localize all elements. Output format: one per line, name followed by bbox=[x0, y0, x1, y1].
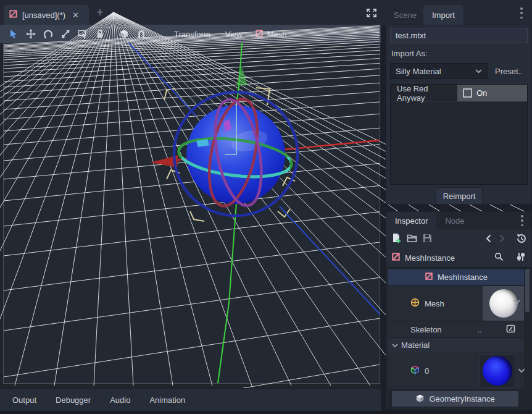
meshinstance-icon bbox=[9, 9, 18, 20]
inspector-toolbar bbox=[386, 230, 531, 248]
tab-import[interactable]: Import bbox=[423, 5, 463, 25]
perspective-label[interactable]: [Perspective] bbox=[10, 46, 56, 56]
reimport-button[interactable]: Reimport bbox=[436, 187, 483, 205]
scene-tab-bar: [unsaved](*) ✕ + Scene Import bbox=[0, 0, 532, 25]
skeleton-value[interactable]: .. bbox=[478, 325, 506, 334]
checkbox-label: On bbox=[476, 88, 487, 98]
material-preview-sphere bbox=[483, 356, 512, 386]
material-resource-picker[interactable] bbox=[480, 354, 515, 387]
property-name: Use Red Anyway bbox=[391, 84, 457, 103]
history-forward-icon[interactable] bbox=[499, 234, 505, 245]
chevron-down-icon bbox=[475, 69, 482, 74]
load-folder-icon[interactable] bbox=[407, 234, 417, 245]
category-label: GeometryInstance bbox=[429, 394, 494, 403]
material-section-label: Material bbox=[401, 340, 430, 350]
tab-inspector[interactable]: Inspector bbox=[386, 212, 436, 229]
dock-menu-dots-icon[interactable] bbox=[520, 7, 523, 19]
bottom-debugger-button[interactable]: Debugger bbox=[52, 394, 94, 407]
scene-tab-label: [unsaved](*) bbox=[22, 11, 65, 20]
chevron-down-icon[interactable] bbox=[518, 368, 525, 373]
3d-viewport[interactable]: [Perspective] bbox=[3, 43, 380, 384]
section-collapse-icon bbox=[392, 343, 398, 348]
mesh-property-label: Mesh bbox=[425, 299, 444, 308]
mesh-property-row: Mesh bbox=[388, 286, 483, 321]
scene-tab-unsaved[interactable]: [unsaved](*) ✕ bbox=[4, 5, 89, 25]
search-icon[interactable] bbox=[494, 252, 504, 263]
save-floppy-icon[interactable] bbox=[423, 234, 432, 245]
import-properties: Use Red Anyway On bbox=[390, 84, 528, 185]
category-label: MeshInstance bbox=[438, 272, 488, 282]
importer-dropdown[interactable]: Silly Material bbox=[390, 63, 488, 79]
skeleton-label: Skeleton bbox=[410, 325, 442, 334]
inspector-menu-dots-icon[interactable] bbox=[521, 215, 523, 226]
viewport-container: [Perspective] bbox=[0, 43, 381, 388]
material-section-header[interactable]: Material bbox=[388, 337, 524, 352]
meshinstance-icon bbox=[391, 252, 401, 263]
inspector-properties: MeshInstance Mesh Skeleton .. bbox=[387, 267, 531, 410]
select-tool-icon[interactable] bbox=[5, 26, 22, 42]
importer-dropdown-value: Silly Material bbox=[396, 67, 441, 76]
new-resource-icon[interactable] bbox=[391, 233, 401, 245]
inspector-tab-bar: Inspector Node bbox=[386, 212, 531, 229]
category-geometryinstance[interactable]: GeometryInstance bbox=[392, 391, 518, 407]
cube-icon bbox=[415, 394, 425, 405]
import-file-name: test.mtxt bbox=[390, 28, 528, 43]
material-resource-icon bbox=[410, 365, 420, 376]
godot-editor-window: { "scene_tabs": { "tab_label": "[unsaved… bbox=[0, 0, 532, 414]
history-back-icon[interactable] bbox=[486, 234, 491, 245]
bottom-audio-button[interactable]: Audio bbox=[106, 394, 134, 407]
import-as-label: Import As: bbox=[391, 49, 428, 58]
tab-node[interactable]: Node bbox=[436, 212, 473, 229]
preset-button[interactable]: Preset.. bbox=[491, 63, 526, 79]
category-meshinstance[interactable]: MeshInstance bbox=[388, 269, 524, 285]
material-slot-label: 0 bbox=[425, 366, 429, 376]
checkbox-icon[interactable] bbox=[463, 88, 472, 98]
move-tool-icon[interactable] bbox=[22, 26, 39, 42]
node-path-assign-icon[interactable] bbox=[506, 324, 515, 335]
inspector-dock: Inspector Node bbox=[386, 211, 532, 410]
skeleton-property-row: Skeleton .. bbox=[388, 321, 524, 337]
bottom-animation-button[interactable]: Animation bbox=[146, 394, 189, 407]
property-value-toggle[interactable]: On bbox=[457, 85, 527, 101]
window-bottom-edge bbox=[0, 411, 532, 414]
bottom-panel-bar: Output Debugger Audio Animation bbox=[0, 388, 381, 411]
chevron-down-icon[interactable] bbox=[513, 299, 520, 305]
inspected-object-name: MeshInstance bbox=[405, 253, 490, 263]
object-history-icon[interactable] bbox=[517, 234, 526, 245]
inspector-object-row: MeshInstance bbox=[386, 249, 531, 266]
tab-scene[interactable]: Scene bbox=[385, 5, 425, 25]
expand-viewport-icon[interactable] bbox=[366, 8, 378, 18]
mesh-resource-icon bbox=[410, 298, 420, 309]
rotate-tool-icon[interactable] bbox=[39, 26, 57, 42]
tune-sliders-icon[interactable] bbox=[517, 252, 525, 263]
import-dock: test.mtxt Import As: Silly Material Pres… bbox=[386, 25, 532, 205]
inspector-scrollbar-thumb[interactable] bbox=[525, 269, 530, 312]
bottom-output-button[interactable]: Output bbox=[9, 394, 40, 407]
grid-lateral-lines bbox=[4, 26, 380, 414]
close-icon[interactable]: ✕ bbox=[72, 11, 79, 20]
meshinstance-icon bbox=[425, 272, 433, 282]
property-row: Use Red Anyway On bbox=[391, 85, 527, 102]
